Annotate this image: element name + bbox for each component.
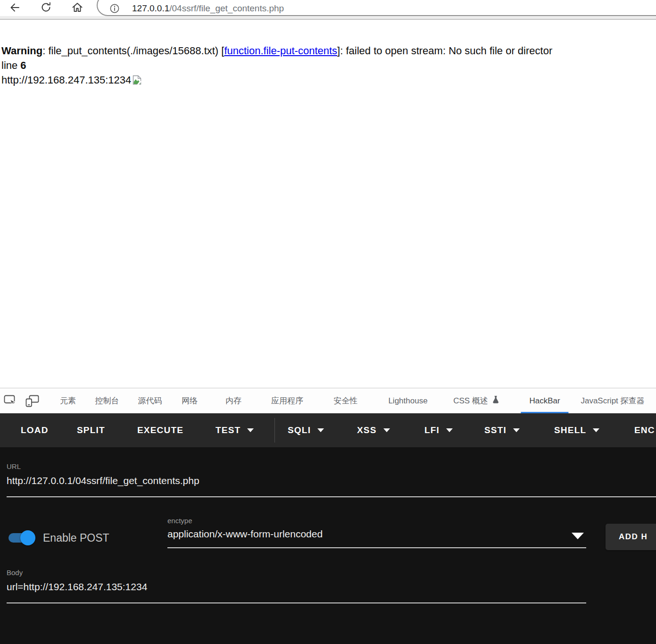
tab-memory[interactable]: 内存 <box>225 388 241 413</box>
enctype-select-underline <box>167 547 586 548</box>
body-field-label: Body <box>7 569 23 577</box>
lfi-menu[interactable]: LFI <box>424 413 453 447</box>
encoding-menu[interactable]: ENC <box>634 413 655 447</box>
url-input[interactable]: http://127.0.0.1/04ssrf/file_get_content… <box>7 475 199 486</box>
warning-doc-link[interactable]: function.file-put-contents <box>224 45 337 57</box>
echoed-url-line: http://192.168.247.135:1234 <box>1 73 656 89</box>
chevron-down-icon <box>247 428 254 432</box>
sqli-menu[interactable]: SQLI <box>288 413 324 447</box>
chevron-down-icon <box>317 428 324 432</box>
browser-toolbar: 127.0.0.1/04ssrf/file_get_contents.php <box>0 0 656 20</box>
devtools-tabbar: 元素 控制台 源代码 网络 内存 应用程序 安全性 Lighthouse CSS… <box>0 388 656 413</box>
tab-hackbar[interactable]: HackBar <box>529 388 560 413</box>
php-warning-line2: line 6 <box>1 58 656 73</box>
url-input-underline <box>7 496 656 497</box>
toolbar-bottom-strip <box>0 16 656 19</box>
refresh-icon[interactable] <box>40 1 53 14</box>
execute-button[interactable]: EXECUTE <box>137 413 183 447</box>
enable-post-toggle[interactable] <box>8 533 32 543</box>
body-input[interactable]: url=http://192.168.247.135:1234 <box>7 581 147 593</box>
experiment-flask-icon <box>492 395 499 406</box>
tab-elements[interactable]: 元素 <box>60 388 76 413</box>
site-info-icon[interactable] <box>109 3 120 14</box>
address-url-host: 127.0.0.1 <box>132 3 169 13</box>
home-icon[interactable] <box>71 1 84 14</box>
shell-menu[interactable]: SHELL <box>554 413 599 447</box>
chevron-down-icon <box>593 428 599 432</box>
web-page-content: Warning: file_put_contents(./images/1568… <box>0 21 656 388</box>
address-bar[interactable]: 127.0.0.1/04ssrf/file_get_contents.php <box>97 0 656 16</box>
tab-security[interactable]: 安全性 <box>334 388 358 413</box>
php-warning-block: Warning: file_put_contents(./images/1568… <box>1 43 656 89</box>
chevron-down-icon <box>446 428 453 432</box>
address-url[interactable]: 127.0.0.1/04ssrf/file_get_contents.php <box>132 3 284 14</box>
ssti-menu[interactable]: SSTI <box>484 413 520 447</box>
warning-label: Warning <box>1 45 42 57</box>
menu-divider <box>274 418 275 443</box>
device-toolbar-icon[interactable] <box>25 395 40 409</box>
split-button[interactable]: SPLIT <box>77 413 105 447</box>
enctype-select-value[interactable]: application/x-www-form-urlencoded <box>167 528 323 540</box>
test-menu[interactable]: TEST <box>216 413 254 447</box>
tab-sources[interactable]: 源代码 <box>138 388 162 413</box>
broken-image-icon <box>133 74 141 89</box>
tab-network[interactable]: 网络 <box>182 388 198 413</box>
add-header-button[interactable]: ADD H <box>606 524 656 550</box>
enable-post-label: Enable POST <box>43 530 109 545</box>
url-field-label: URL <box>7 462 21 470</box>
hackbar-panel: URL http://127.0.0.1/04ssrf/file_get_con… <box>0 447 656 644</box>
load-button[interactable]: LOAD <box>21 413 49 447</box>
chevron-down-icon <box>513 428 520 432</box>
enctype-dropdown-icon[interactable] <box>572 533 584 539</box>
body-input-underline <box>7 602 586 603</box>
php-warning-line: Warning: file_put_contents(./images/1568… <box>1 43 656 58</box>
xss-menu[interactable]: XSS <box>357 413 390 447</box>
tab-console[interactable]: 控制台 <box>95 388 119 413</box>
address-url-path: /04ssrf/file_get_contents.php <box>169 3 284 13</box>
tab-lighthouse[interactable]: Lighthouse <box>388 388 427 413</box>
toggle-thumb <box>20 530 35 545</box>
tab-css-overview[interactable]: CSS 概述 <box>453 388 499 413</box>
inspect-element-icon[interactable] <box>4 395 17 408</box>
enctype-field-label: enctype <box>167 517 192 525</box>
tab-application[interactable]: 应用程序 <box>271 388 303 413</box>
back-icon[interactable] <box>8 1 21 14</box>
chevron-down-icon <box>383 428 390 432</box>
tab-js-profiler[interactable]: JavaScript 探查器 <box>581 388 644 413</box>
hackbar-menu-bar: LOAD SPLIT EXECUTE TEST SQLI XSS LFI SST… <box>0 413 656 447</box>
